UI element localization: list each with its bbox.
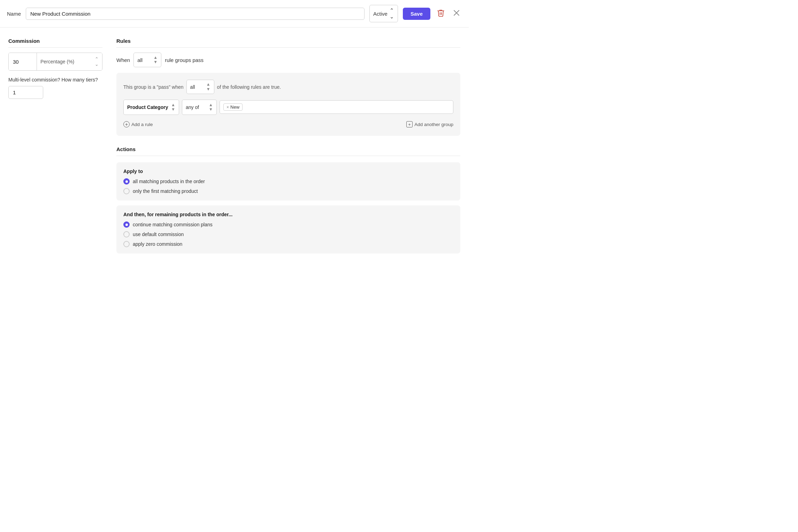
- apply-to-radio-1[interactable]: [123, 188, 130, 194]
- group-condition-row: This group is a "pass" when all ▲▼ of th…: [123, 80, 453, 94]
- remaining-option-0-label: continue matching commission plans: [133, 222, 213, 227]
- apply-to-radio-0[interactable]: [123, 178, 130, 185]
- remaining-option-0[interactable]: continue matching commission plans: [123, 221, 453, 228]
- remaining-radio-2[interactable]: [123, 241, 130, 247]
- tag-chip-label: New: [230, 104, 239, 110]
- name-input[interactable]: [26, 8, 365, 20]
- remaining-option-2[interactable]: apply zero commission: [123, 241, 453, 247]
- rule-value-input[interactable]: × New: [220, 100, 453, 114]
- rule-field-chevron-icon: ▲▼: [171, 103, 175, 112]
- apply-to-card-title: Apply to: [123, 169, 453, 174]
- tag-chip-x-icon[interactable]: ×: [227, 105, 229, 110]
- add-rule-label: Add a rule: [131, 122, 153, 127]
- remaining-option-1-label: use default commission: [133, 232, 184, 237]
- status-label: Active: [373, 11, 388, 17]
- rule-field-dropdown[interactable]: Product Category ▲▼: [123, 100, 179, 115]
- main-content: Commission Percentage (%) ⌃⌄ Multi-level…: [0, 28, 469, 267]
- rule-operator-label: any of: [186, 104, 199, 110]
- rule-group-box: This group is a "pass" when all ▲▼ of th…: [116, 73, 460, 136]
- rule-operator-chevron-icon: ▲▼: [209, 103, 213, 112]
- add-group-button[interactable]: + Add another group: [406, 120, 453, 129]
- name-label: Name: [7, 11, 21, 17]
- when-option-label: all: [137, 57, 143, 63]
- commission-value-input[interactable]: [9, 53, 37, 70]
- status-select[interactable]: Active ⌃⌄: [369, 5, 398, 22]
- delete-button[interactable]: [435, 8, 446, 20]
- actions-section: Actions Apply to all matching products i…: [116, 146, 460, 253]
- apply-to-option-1[interactable]: only the first matching product: [123, 188, 453, 194]
- remaining-card: And then, for remaining products in the …: [116, 205, 460, 253]
- add-group-label: Add another group: [414, 122, 453, 127]
- commission-type-chevron-icon: ⌃⌄: [95, 56, 99, 67]
- commission-type-label: Percentage (%): [40, 59, 74, 64]
- rule-groups-pass-label: rule groups pass: [165, 57, 204, 63]
- status-chevron-icon: ⌃⌄: [390, 7, 394, 20]
- rules-title: Rules: [116, 38, 460, 48]
- rule-operator-dropdown[interactable]: any of ▲▼: [182, 100, 217, 115]
- remaining-radio-0[interactable]: [123, 221, 130, 228]
- group-condition-chevron-icon: ▲▼: [206, 82, 210, 91]
- group-condition-prefix: This group is a "pass" when: [123, 84, 184, 90]
- close-button[interactable]: [451, 8, 462, 19]
- add-rule-button[interactable]: + Add a rule: [123, 120, 153, 129]
- remaining-radio-1[interactable]: [123, 231, 130, 237]
- commission-section: Commission Percentage (%) ⌃⌄ Multi-level…: [8, 38, 102, 258]
- group-footer: + Add a rule + Add another group: [123, 120, 453, 129]
- tiers-question-label: Multi-level commission? How many tiers?: [8, 77, 102, 83]
- group-condition-dropdown[interactable]: all ▲▼: [186, 80, 214, 94]
- remaining-option-1[interactable]: use default commission: [123, 231, 453, 237]
- group-condition-suffix: of the following rules are true.: [217, 84, 281, 90]
- commission-type-select[interactable]: Percentage (%) ⌃⌄: [37, 53, 102, 70]
- when-dropdown[interactable]: all ▲▼: [133, 53, 161, 67]
- add-rule-circle-plus-icon: +: [123, 121, 130, 127]
- commission-input-row: Percentage (%) ⌃⌄: [8, 53, 102, 71]
- right-col: Rules When all ▲▼ rule groups pass This …: [116, 38, 460, 258]
- apply-to-card: Apply to all matching products in the or…: [116, 162, 460, 201]
- remaining-card-title: And then, for remaining products in the …: [123, 212, 453, 217]
- commission-title: Commission: [8, 38, 102, 48]
- apply-to-option-0-label: all matching products in the order: [133, 179, 205, 184]
- group-condition-option: all: [190, 84, 195, 90]
- apply-to-option-1-label: only the first matching product: [133, 188, 198, 194]
- rules-section: Rules When all ▲▼ rule groups pass This …: [116, 38, 460, 136]
- rule-field-label: Product Category: [127, 104, 168, 110]
- trash-icon: [437, 9, 444, 17]
- save-button[interactable]: Save: [403, 8, 430, 20]
- when-dropdown-chevron-icon: ▲▼: [153, 55, 158, 64]
- header: Name Active ⌃⌄ Save: [0, 0, 469, 28]
- add-group-square-plus-icon: +: [406, 121, 413, 127]
- tiers-input[interactable]: [8, 86, 43, 99]
- remaining-option-2-label: apply zero commission: [133, 241, 182, 247]
- when-label: When: [116, 57, 130, 63]
- when-row: When all ▲▼ rule groups pass: [116, 53, 460, 67]
- tag-chip: × New: [223, 103, 243, 111]
- apply-to-option-0[interactable]: all matching products in the order: [123, 178, 453, 185]
- actions-title: Actions: [116, 146, 460, 156]
- close-icon: [453, 10, 460, 16]
- rule-row: Product Category ▲▼ any of ▲▼: [123, 100, 453, 115]
